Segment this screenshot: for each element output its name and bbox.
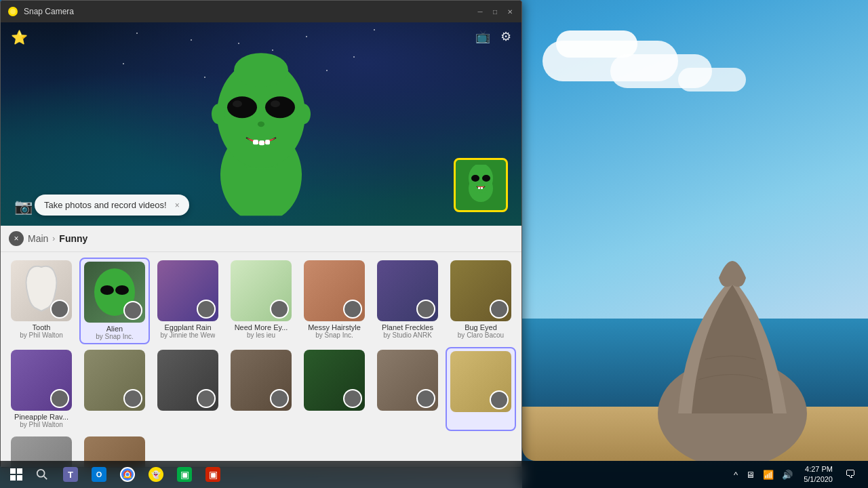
chevron-up-icon[interactable]: ^ — [731, 468, 741, 481]
system-tray: ^ 🖥 📶 🔊 — [731, 468, 795, 481]
filter-name-label: Pineapple Rav... — [14, 413, 68, 421]
svg-point-35 — [126, 473, 130, 476]
screenshot-button[interactable]: 📷 — [14, 198, 33, 216]
camera-controls: 📺 ⚙ — [475, 29, 511, 44]
svg-point-16 — [234, 53, 288, 87]
svg-rect-11 — [253, 140, 258, 144]
filter-creator-icon — [50, 300, 69, 319]
breadcrumb-main[interactable]: Main — [28, 233, 48, 244]
filter-creator-icon — [123, 301, 142, 320]
taskbar-chrome[interactable] — [114, 461, 141, 488]
bottom-panel: × Main › Funny Toothby Phil WaltonAlienb… — [1, 226, 521, 467]
favorite-star[interactable]: ⭐ — [11, 29, 28, 45]
filter-item-13[interactable] — [446, 347, 516, 431]
taskbar-right: ^ 🖥 📶 🔊 4:27 PM 5/1/2020 🗨 — [731, 461, 865, 488]
alien-figure — [193, 39, 329, 216]
filter-creator-icon — [197, 389, 216, 408]
filter-author-label: by Phil Walton — [20, 331, 63, 339]
notification-text: Take photos and record videos! — [44, 200, 167, 210]
window-title: Snap Camera — [24, 7, 475, 16]
title-bar: Snap Camera ─ □ ✕ — [1, 1, 521, 22]
date-display: 5/1/2020 — [804, 474, 833, 485]
filter-thumbnail — [84, 350, 145, 411]
filter-thumbnail — [231, 260, 292, 321]
filter-creator-icon — [270, 300, 289, 319]
time-display: 4:27 PM — [805, 464, 833, 474]
volume-icon[interactable]: 🔊 — [779, 468, 795, 481]
breadcrumb-close-button[interactable]: × — [9, 231, 24, 246]
filter-thumbnail — [84, 262, 145, 323]
camera-preview: ⭐ 📺 ⚙ 📷 Take photos and record videos! ×… — [1, 22, 521, 226]
filter-item-tooth[interactable]: Toothby Phil Walton — [6, 258, 77, 344]
svg-point-9 — [271, 100, 280, 107]
preview-thumbnail[interactable]: ▲ — [454, 158, 508, 212]
svg-rect-27 — [17, 468, 22, 474]
filter-creator-icon — [343, 300, 362, 319]
filter-author-label: by Snap Inc. — [315, 331, 353, 339]
filter-creator-icon — [270, 389, 289, 408]
svg-rect-13 — [265, 140, 270, 144]
svg-point-7 — [265, 96, 295, 118]
filter-item-eggplant-rain[interactable]: Eggplant Rainby Jinnie the Wew — [153, 258, 223, 344]
close-button[interactable]: ✕ — [505, 7, 515, 16]
svg-rect-26 — [10, 468, 16, 474]
taskbar-search[interactable] — [30, 461, 54, 488]
filter-item-11[interactable] — [299, 347, 370, 431]
filter-item-8[interactable] — [79, 347, 150, 431]
filter-item-10[interactable] — [226, 347, 296, 431]
filter-thumbnail — [157, 350, 218, 411]
svg-point-6 — [227, 96, 257, 118]
filter-author-label: by Studio ANRK — [383, 331, 432, 339]
svg-rect-29 — [17, 475, 22, 481]
filter-item-planet-freckles[interactable]: Planet Frecklesby Studio ANRK — [372, 258, 443, 344]
filter-item-pineapple-rav...[interactable]: Pineapple Rav...by Phil Walton — [6, 347, 77, 431]
filter-creator-icon — [50, 389, 69, 408]
twitch-icon[interactable]: 📺 — [475, 29, 490, 44]
breadcrumb: × Main › Funny — [1, 226, 521, 252]
svg-line-31 — [44, 476, 47, 480]
filter-creator-icon — [343, 389, 362, 408]
taskbar-outlook[interactable]: O — [85, 461, 113, 488]
notification-center[interactable]: 🗨 — [841, 461, 860, 488]
maximize-button[interactable]: □ — [490, 7, 500, 16]
breadcrumb-separator: › — [52, 234, 55, 243]
filter-creator-icon — [123, 389, 142, 408]
filter-item-alien[interactable]: Alienby Snap Inc. — [79, 258, 150, 344]
app-icon — [7, 6, 18, 17]
settings-icon[interactable]: ⚙ — [500, 29, 511, 44]
filter-item-need-more-ey...[interactable]: Need More Ey...by les ieu — [226, 258, 296, 344]
wifi-icon[interactable]: 📶 — [760, 468, 776, 481]
svg-rect-12 — [259, 140, 264, 145]
notification-icon: 🗨 — [845, 468, 856, 481]
filter-creator-icon — [197, 300, 216, 319]
filter-item-9[interactable] — [153, 347, 223, 431]
filter-thumbnail — [377, 350, 438, 411]
svg-point-14 — [212, 104, 225, 124]
filter-creator-icon — [490, 300, 509, 319]
filter-item-12[interactable] — [372, 347, 443, 431]
minimize-button[interactable]: ─ — [475, 7, 485, 16]
taskbar-apps: T O 👻 ▣ ▣ — [57, 461, 226, 488]
filter-thumbnail — [304, 260, 365, 321]
window-controls: ─ □ ✕ — [475, 7, 515, 16]
filter-author-label: by Claro Bacou — [458, 331, 504, 339]
taskbar-red-app[interactable]: ▣ — [199, 461, 226, 488]
svg-point-2 — [10, 9, 16, 14]
start-button[interactable] — [3, 461, 30, 488]
filter-item-messy-hairstyle[interactable]: Messy Hairstyleby Snap Inc. — [299, 258, 370, 344]
notification-close[interactable]: × — [175, 201, 180, 210]
taskbar-snap-camera[interactable]: 👻 — [142, 461, 170, 488]
taskbar-green-app[interactable]: ▣ — [171, 461, 198, 488]
filter-name-label: Tooth — [33, 323, 51, 331]
filter-name-label: Eggplant Rain — [164, 323, 211, 331]
filter-thumbnail — [450, 351, 511, 412]
taskbar-teams[interactable]: T — [57, 461, 84, 488]
svg-rect-28 — [10, 475, 16, 481]
rock-formation — [637, 224, 827, 461]
network-icon[interactable]: 🖥 — [743, 468, 757, 481]
filter-thumbnail — [377, 260, 438, 321]
system-clock[interactable]: 4:27 PM 5/1/2020 — [800, 464, 837, 485]
filter-item-bug-eyed[interactable]: Bug Eyedby Claro Bacou — [446, 258, 516, 344]
filter-author-label: by les ieu — [247, 331, 275, 339]
filter-author-label: by Phil Walton — [20, 421, 63, 428]
